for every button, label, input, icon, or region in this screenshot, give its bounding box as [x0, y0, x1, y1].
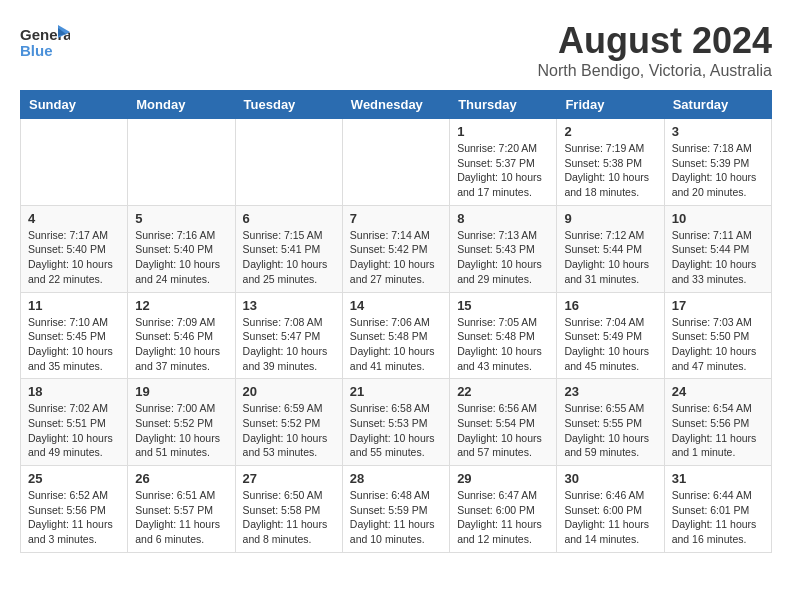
day-number: 6: [243, 211, 335, 226]
day-number: 29: [457, 471, 549, 486]
day-info: Sunrise: 6:56 AM Sunset: 5:54 PM Dayligh…: [457, 401, 549, 460]
calendar-day-cell: 15Sunrise: 7:05 AM Sunset: 5:48 PM Dayli…: [450, 292, 557, 379]
day-info: Sunrise: 7:06 AM Sunset: 5:48 PM Dayligh…: [350, 315, 442, 374]
calendar-week-1: 1Sunrise: 7:20 AM Sunset: 5:37 PM Daylig…: [21, 119, 772, 206]
day-info: Sunrise: 6:58 AM Sunset: 5:53 PM Dayligh…: [350, 401, 442, 460]
calendar-day-cell: [342, 119, 449, 206]
weekday-header-thursday: Thursday: [450, 91, 557, 119]
calendar-day-cell: 29Sunrise: 6:47 AM Sunset: 6:00 PM Dayli…: [450, 466, 557, 553]
calendar-day-cell: 6Sunrise: 7:15 AM Sunset: 5:41 PM Daylig…: [235, 205, 342, 292]
calendar-day-cell: 12Sunrise: 7:09 AM Sunset: 5:46 PM Dayli…: [128, 292, 235, 379]
calendar-day-cell: 31Sunrise: 6:44 AM Sunset: 6:01 PM Dayli…: [664, 466, 771, 553]
calendar-day-cell: [21, 119, 128, 206]
day-info: Sunrise: 7:18 AM Sunset: 5:39 PM Dayligh…: [672, 141, 764, 200]
day-info: Sunrise: 7:11 AM Sunset: 5:44 PM Dayligh…: [672, 228, 764, 287]
calendar-day-cell: 11Sunrise: 7:10 AM Sunset: 5:45 PM Dayli…: [21, 292, 128, 379]
calendar-day-cell: 13Sunrise: 7:08 AM Sunset: 5:47 PM Dayli…: [235, 292, 342, 379]
calendar-day-cell: 18Sunrise: 7:02 AM Sunset: 5:51 PM Dayli…: [21, 379, 128, 466]
svg-text:Blue: Blue: [20, 42, 53, 59]
day-number: 16: [564, 298, 656, 313]
day-number: 20: [243, 384, 335, 399]
day-info: Sunrise: 6:48 AM Sunset: 5:59 PM Dayligh…: [350, 488, 442, 547]
calendar-week-3: 11Sunrise: 7:10 AM Sunset: 5:45 PM Dayli…: [21, 292, 772, 379]
day-number: 11: [28, 298, 120, 313]
calendar-day-cell: 1Sunrise: 7:20 AM Sunset: 5:37 PM Daylig…: [450, 119, 557, 206]
calendar-day-cell: 23Sunrise: 6:55 AM Sunset: 5:55 PM Dayli…: [557, 379, 664, 466]
weekday-header-friday: Friday: [557, 91, 664, 119]
day-info: Sunrise: 7:17 AM Sunset: 5:40 PM Dayligh…: [28, 228, 120, 287]
day-info: Sunrise: 7:12 AM Sunset: 5:44 PM Dayligh…: [564, 228, 656, 287]
day-info: Sunrise: 6:59 AM Sunset: 5:52 PM Dayligh…: [243, 401, 335, 460]
calendar-day-cell: 5Sunrise: 7:16 AM Sunset: 5:40 PM Daylig…: [128, 205, 235, 292]
day-info: Sunrise: 7:00 AM Sunset: 5:52 PM Dayligh…: [135, 401, 227, 460]
day-info: Sunrise: 7:15 AM Sunset: 5:41 PM Dayligh…: [243, 228, 335, 287]
calendar-header-row: SundayMondayTuesdayWednesdayThursdayFrid…: [21, 91, 772, 119]
calendar-day-cell: 4Sunrise: 7:17 AM Sunset: 5:40 PM Daylig…: [21, 205, 128, 292]
day-info: Sunrise: 7:05 AM Sunset: 5:48 PM Dayligh…: [457, 315, 549, 374]
day-info: Sunrise: 7:16 AM Sunset: 5:40 PM Dayligh…: [135, 228, 227, 287]
day-number: 9: [564, 211, 656, 226]
day-number: 25: [28, 471, 120, 486]
calendar-day-cell: 20Sunrise: 6:59 AM Sunset: 5:52 PM Dayli…: [235, 379, 342, 466]
calendar-day-cell: 24Sunrise: 6:54 AM Sunset: 5:56 PM Dayli…: [664, 379, 771, 466]
calendar-day-cell: 7Sunrise: 7:14 AM Sunset: 5:42 PM Daylig…: [342, 205, 449, 292]
day-number: 17: [672, 298, 764, 313]
weekday-header-saturday: Saturday: [664, 91, 771, 119]
logo: General Blue: [20, 20, 70, 65]
location-subtitle: North Bendigo, Victoria, Australia: [538, 62, 773, 80]
day-info: Sunrise: 7:04 AM Sunset: 5:49 PM Dayligh…: [564, 315, 656, 374]
day-info: Sunrise: 6:44 AM Sunset: 6:01 PM Dayligh…: [672, 488, 764, 547]
calendar-day-cell: 3Sunrise: 7:18 AM Sunset: 5:39 PM Daylig…: [664, 119, 771, 206]
day-info: Sunrise: 7:08 AM Sunset: 5:47 PM Dayligh…: [243, 315, 335, 374]
weekday-header-monday: Monday: [128, 91, 235, 119]
calendar-day-cell: [235, 119, 342, 206]
calendar-week-4: 18Sunrise: 7:02 AM Sunset: 5:51 PM Dayli…: [21, 379, 772, 466]
day-info: Sunrise: 6:50 AM Sunset: 5:58 PM Dayligh…: [243, 488, 335, 547]
day-info: Sunrise: 7:14 AM Sunset: 5:42 PM Dayligh…: [350, 228, 442, 287]
day-number: 8: [457, 211, 549, 226]
calendar-day-cell: 19Sunrise: 7:00 AM Sunset: 5:52 PM Dayli…: [128, 379, 235, 466]
day-number: 27: [243, 471, 335, 486]
day-number: 31: [672, 471, 764, 486]
day-info: Sunrise: 7:19 AM Sunset: 5:38 PM Dayligh…: [564, 141, 656, 200]
month-year-title: August 2024: [538, 20, 773, 62]
day-info: Sunrise: 6:52 AM Sunset: 5:56 PM Dayligh…: [28, 488, 120, 547]
day-number: 3: [672, 124, 764, 139]
day-number: 4: [28, 211, 120, 226]
day-number: 12: [135, 298, 227, 313]
day-number: 13: [243, 298, 335, 313]
calendar-day-cell: 8Sunrise: 7:13 AM Sunset: 5:43 PM Daylig…: [450, 205, 557, 292]
day-number: 5: [135, 211, 227, 226]
day-info: Sunrise: 7:13 AM Sunset: 5:43 PM Dayligh…: [457, 228, 549, 287]
day-info: Sunrise: 6:51 AM Sunset: 5:57 PM Dayligh…: [135, 488, 227, 547]
day-number: 23: [564, 384, 656, 399]
day-info: Sunrise: 6:46 AM Sunset: 6:00 PM Dayligh…: [564, 488, 656, 547]
calendar-day-cell: 16Sunrise: 7:04 AM Sunset: 5:49 PM Dayli…: [557, 292, 664, 379]
calendar-day-cell: [128, 119, 235, 206]
calendar-week-2: 4Sunrise: 7:17 AM Sunset: 5:40 PM Daylig…: [21, 205, 772, 292]
weekday-header-tuesday: Tuesday: [235, 91, 342, 119]
calendar-day-cell: 25Sunrise: 6:52 AM Sunset: 5:56 PM Dayli…: [21, 466, 128, 553]
day-number: 2: [564, 124, 656, 139]
calendar-week-5: 25Sunrise: 6:52 AM Sunset: 5:56 PM Dayli…: [21, 466, 772, 553]
day-info: Sunrise: 6:54 AM Sunset: 5:56 PM Dayligh…: [672, 401, 764, 460]
title-block: August 2024 North Bendigo, Victoria, Aus…: [538, 20, 773, 80]
day-number: 10: [672, 211, 764, 226]
day-number: 7: [350, 211, 442, 226]
weekday-header-wednesday: Wednesday: [342, 91, 449, 119]
day-info: Sunrise: 6:55 AM Sunset: 5:55 PM Dayligh…: [564, 401, 656, 460]
day-number: 30: [564, 471, 656, 486]
logo-icon: General Blue: [20, 20, 70, 65]
day-info: Sunrise: 7:20 AM Sunset: 5:37 PM Dayligh…: [457, 141, 549, 200]
weekday-header-sunday: Sunday: [21, 91, 128, 119]
calendar-day-cell: 9Sunrise: 7:12 AM Sunset: 5:44 PM Daylig…: [557, 205, 664, 292]
day-number: 18: [28, 384, 120, 399]
day-number: 24: [672, 384, 764, 399]
calendar-day-cell: 10Sunrise: 7:11 AM Sunset: 5:44 PM Dayli…: [664, 205, 771, 292]
calendar-day-cell: 21Sunrise: 6:58 AM Sunset: 5:53 PM Dayli…: [342, 379, 449, 466]
calendar-day-cell: 26Sunrise: 6:51 AM Sunset: 5:57 PM Dayli…: [128, 466, 235, 553]
day-info: Sunrise: 7:02 AM Sunset: 5:51 PM Dayligh…: [28, 401, 120, 460]
day-info: Sunrise: 7:10 AM Sunset: 5:45 PM Dayligh…: [28, 315, 120, 374]
calendar-day-cell: 27Sunrise: 6:50 AM Sunset: 5:58 PM Dayli…: [235, 466, 342, 553]
day-number: 21: [350, 384, 442, 399]
